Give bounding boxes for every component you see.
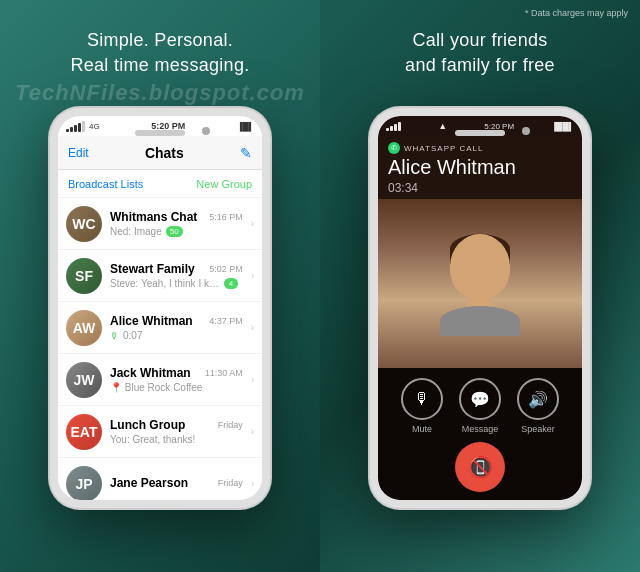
right-tagline: Call your friends and family for free [405,28,555,78]
signal-bar-4 [78,123,81,132]
chat-item[interactable]: AWAlice Whitman4:37 PM🎙0:07› [58,302,262,354]
chat-list: WCWhitmans Chat5:16 PMNed: Image50›SFSte… [58,198,262,500]
chat-bottom: You: Great, thanks! [110,434,243,445]
chat-info: Alice Whitman4:37 PM🎙0:07 [110,314,243,341]
chat-time: Friday [218,478,243,488]
wifi-icon: ▲ [438,121,447,131]
message-button[interactable]: 💬 Message [459,378,501,434]
face-head [450,234,510,299]
chat-top: Lunch GroupFriday [110,418,243,432]
call-header: ✆ WHATSAPP CALL Alice Whitman 03:34 [378,136,582,199]
caller-face [440,234,520,334]
mute-button[interactable]: 🎙 Mute [401,378,443,434]
unread-badge: 4 [224,278,238,289]
watermark: TechNFiles.blogspot.com [15,80,305,106]
chat-time: 5:02 PM [209,264,243,274]
chevron-right-icon: › [251,478,254,489]
avatar: JP [66,466,102,501]
avatar: AW [66,310,102,346]
chat-item[interactable]: WCWhitmans Chat5:16 PMNed: Image50› [58,198,262,250]
chat-time: 4:37 PM [209,316,243,326]
chevron-right-icon: › [251,218,254,229]
chat-preview: Ned: Image [110,226,162,237]
chat-bottom: Ned: Image50 [110,226,243,237]
call-label-text: WHATSAPP CALL [404,144,483,153]
chat-top: Stewart Family5:02 PM [110,262,243,276]
face-shoulder [440,306,520,336]
chat-bottom: 📍 Blue Rock Coffee [110,382,243,393]
end-call-button[interactable]: 📵 [455,442,505,492]
status-left: 4G [66,121,100,132]
network-type: 4G [89,122,100,131]
chat-info: Jane PearsonFriday [110,476,243,492]
chat-name: Whitmans Chat [110,210,197,224]
call-controls: 🎙 Mute 💬 Message 🔊 Speaker 📵 [378,368,582,500]
call-duration: 03:34 [388,181,572,195]
status-right-left: ▐█▌ [237,122,254,131]
chat-item[interactable]: EATLunch GroupFridayYou: Great, thanks!› [58,406,262,458]
message-label: Message [462,424,499,434]
chat-name: Alice Whitman [110,314,193,328]
chat-name: Lunch Group [110,418,185,432]
phone-speaker-right [455,130,505,136]
end-call-row: 📵 [378,442,582,492]
chat-name: Jane Pearson [110,476,188,490]
speaker-circle: 🔊 [517,378,559,420]
call-signal-bar-2 [390,126,393,131]
chat-time: 11:30 AM [205,368,243,378]
message-circle: 💬 [459,378,501,420]
new-group-link[interactable]: New Group [196,178,252,190]
control-buttons: 🎙 Mute 💬 Message 🔊 Speaker [378,378,582,434]
left-tagline: Simple. Personal. Real time messaging. [70,28,249,78]
nav-bar: Edit Chats ✎ [58,136,262,170]
chat-info: Lunch GroupFridayYou: Great, thanks! [110,418,243,445]
call-signal-bar-3 [394,124,397,131]
chat-info: Whitmans Chat5:16 PMNed: Image50 [110,210,243,237]
right-tagline-line2: and family for free [405,53,555,78]
avatar: EAT [66,414,102,450]
left-tagline-line1: Simple. Personal. [70,28,249,53]
chat-item[interactable]: JWJack Whitman11:30 AM📍 Blue Rock Coffee… [58,354,262,406]
left-panel: Simple. Personal. Real time messaging. T… [0,0,320,572]
chat-top: Jack Whitman11:30 AM [110,366,243,380]
chat-preview: You: Great, thanks! [110,434,195,445]
call-signal-bar-1 [386,128,389,131]
end-call-icon: 📵 [468,455,493,479]
mute-circle: 🎙 [401,378,443,420]
speaker-label: Speaker [521,424,555,434]
signal-bar-3 [74,125,77,132]
right-panel: * Data charges may apply Call your frien… [320,0,640,572]
caller-photo-area [378,199,582,368]
chat-preview: 📍 Blue Rock Coffee [110,382,202,393]
signal-bar-1 [66,129,69,132]
edit-button[interactable]: Edit [68,146,89,160]
chat-bottom: Steve: Yeah, I think I know wha...4 [110,278,243,289]
avatar: WC [66,206,102,242]
phone-speaker [135,130,185,136]
chat-top: Jane PearsonFriday [110,476,243,490]
whatsapp-icon: ✆ [388,142,400,154]
chevron-right-icon: › [251,374,254,385]
compose-button[interactable]: ✎ [240,145,252,161]
broadcast-lists-link[interactable]: Broadcast Lists [68,178,143,190]
phone-right-inner: ▲ 5:20 PM ▐██▌ ✆ WHATSAPP CALL Alice Whi… [378,116,582,500]
chat-top: Alice Whitman4:37 PM [110,314,243,328]
avatar: JW [66,362,102,398]
chat-top: Whitmans Chat5:16 PM [110,210,243,224]
speaker-button[interactable]: 🔊 Speaker [517,378,559,434]
chevron-right-icon: › [251,426,254,437]
chat-time: Friday [218,420,243,430]
signal-bars [66,121,85,132]
signal-bar-2 [70,127,73,132]
chats-title: Chats [145,145,184,161]
chat-item[interactable]: SFStewart Family5:02 PMSteve: Yeah, I th… [58,250,262,302]
chevron-right-icon: › [251,322,254,333]
chat-item[interactable]: JPJane PearsonFriday› [58,458,262,500]
caller-photo [378,199,582,368]
mute-label: Mute [412,424,432,434]
call-battery-icon: ▐██▌ [551,122,574,131]
broadcast-row: Broadcast Lists New Group [58,170,262,198]
call-signal-bar-4 [398,122,401,131]
phone-right: ▲ 5:20 PM ▐██▌ ✆ WHATSAPP CALL Alice Whi… [370,108,590,508]
call-signal-bars [386,122,401,131]
